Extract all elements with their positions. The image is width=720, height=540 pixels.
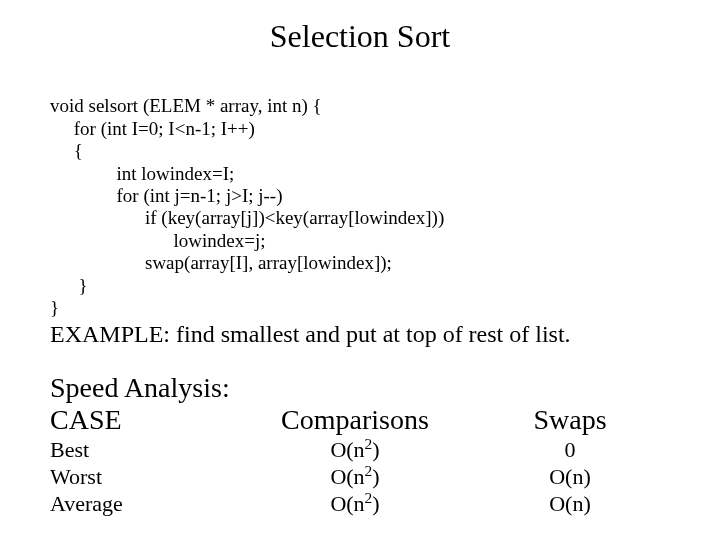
code-line: } bbox=[50, 275, 88, 296]
analysis-heading: Speed Analysis: CASE Comparisons Swaps bbox=[50, 372, 670, 435]
cell-swaps: 0 bbox=[485, 437, 655, 464]
code-line: int lowindex=I; bbox=[50, 163, 234, 184]
code-line: for (int j=n-1; j>I; j--) bbox=[50, 185, 283, 206]
code-line: { bbox=[50, 140, 83, 161]
code-line: for (int I=0; I<n-1; I++) bbox=[50, 118, 255, 139]
code-line: if (key(array[j])<key(array[lowindex])) bbox=[50, 207, 444, 228]
cell-swaps: O(n) bbox=[485, 464, 655, 491]
cell-case: Worst bbox=[50, 464, 225, 491]
code-line: } bbox=[50, 297, 59, 318]
table-row: Best O(n2) 0 bbox=[50, 437, 670, 464]
table-row: Worst O(n2) O(n) bbox=[50, 464, 670, 491]
speed-analysis-label: Speed Analysis: bbox=[50, 372, 670, 403]
cell-swaps: O(n) bbox=[485, 491, 655, 518]
table-row: Average O(n2) O(n) bbox=[50, 491, 670, 518]
example-text: EXAMPLE: find smallest and put at top of… bbox=[50, 321, 670, 348]
analysis-header-row: CASE Comparisons Swaps bbox=[50, 404, 670, 435]
col-header-case: CASE bbox=[50, 404, 225, 435]
analysis-table: Best O(n2) 0 Worst O(n2) O(n) Average O(… bbox=[50, 437, 670, 517]
code-line: void selsort (ELEM * array, int n) { bbox=[50, 95, 322, 116]
code-line: lowindex=j; bbox=[50, 230, 266, 251]
cell-comparisons: O(n2) bbox=[225, 491, 485, 518]
cell-comparisons: O(n2) bbox=[225, 464, 485, 491]
col-header-comparisons: Comparisons bbox=[225, 404, 485, 435]
code-block: void selsort (ELEM * array, int n) { for… bbox=[50, 73, 670, 319]
cell-case: Best bbox=[50, 437, 225, 464]
cell-case: Average bbox=[50, 491, 225, 518]
code-line: swap(array[I], array[lowindex]); bbox=[50, 252, 392, 273]
cell-comparisons: O(n2) bbox=[225, 437, 485, 464]
col-header-swaps: Swaps bbox=[485, 404, 655, 435]
page-title: Selection Sort bbox=[50, 18, 670, 55]
